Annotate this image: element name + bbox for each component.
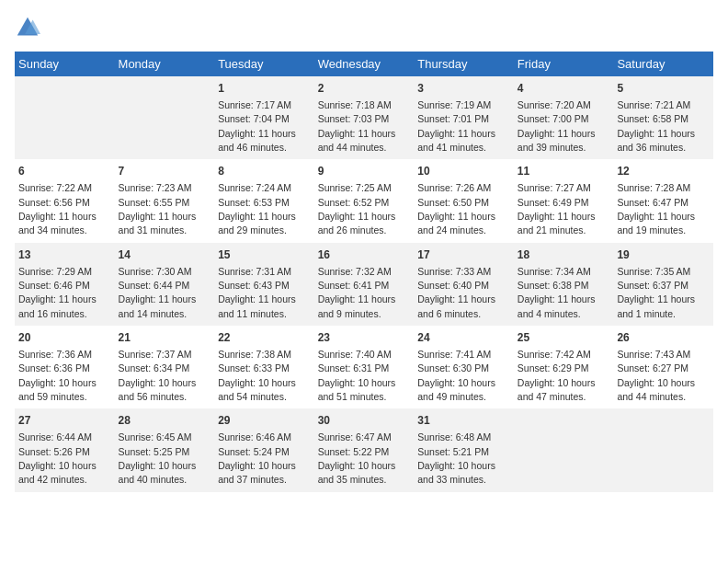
day-number: 17 [417, 247, 510, 263]
day-info: Sunrise: 7:40 AMSunset: 6:31 PMDaylight:… [318, 349, 396, 402]
week-row-1: 1Sunrise: 7:17 AMSunset: 7:04 PMDaylight… [15, 76, 713, 159]
day-info: Sunrise: 7:19 AMSunset: 7:01 PMDaylight:… [417, 99, 495, 153]
day-info: Sunrise: 7:30 AMSunset: 6:44 PMDaylight:… [119, 266, 197, 319]
day-number: 18 [518, 247, 610, 263]
calendar-cell: 16Sunrise: 7:32 AMSunset: 6:41 PMDayligh… [314, 243, 415, 326]
calendar-cell [115, 76, 215, 159]
calendar-cell: 3Sunrise: 7:19 AMSunset: 7:01 PMDaylight… [414, 76, 514, 159]
calendar-cell: 25Sunrise: 7:42 AMSunset: 6:29 PMDayligh… [514, 326, 614, 408]
calendar-cell: 12Sunrise: 7:28 AMSunset: 6:47 PMDayligh… [613, 159, 713, 242]
week-row-4: 20Sunrise: 7:36 AMSunset: 6:36 PMDayligh… [15, 326, 713, 408]
calendar-table: SundayMondayTuesdayWednesdayThursdayFrid… [15, 52, 713, 492]
calendar-cell: 2Sunrise: 7:18 AMSunset: 7:03 PMDaylight… [314, 76, 415, 159]
day-number: 11 [518, 164, 610, 179]
day-info: Sunrise: 7:42 AMSunset: 6:29 PMDaylight:… [518, 349, 596, 402]
day-number: 3 [417, 81, 510, 97]
calendar-cell: 17Sunrise: 7:33 AMSunset: 6:40 PMDayligh… [414, 243, 514, 326]
day-info: Sunrise: 7:18 AMSunset: 7:03 PMDaylight:… [318, 99, 396, 153]
day-info: Sunrise: 6:48 AMSunset: 5:21 PMDaylight:… [417, 431, 495, 485]
day-info: Sunrise: 6:45 AMSunset: 5:25 PMDaylight:… [119, 431, 197, 485]
day-info: Sunrise: 7:35 AMSunset: 6:37 PMDaylight:… [617, 266, 695, 319]
header-wednesday: Wednesday [314, 52, 415, 76]
week-row-5: 27Sunrise: 6:44 AMSunset: 5:26 PMDayligh… [15, 408, 713, 491]
day-info: Sunrise: 7:22 AMSunset: 6:56 PMDaylight:… [18, 182, 97, 236]
calendar-cell [514, 408, 614, 491]
day-info: Sunrise: 7:32 AMSunset: 6:41 PMDaylight:… [318, 266, 396, 319]
day-number: 2 [318, 81, 411, 97]
calendar-cell: 15Sunrise: 7:31 AMSunset: 6:43 PMDayligh… [214, 243, 314, 326]
calendar-cell: 4Sunrise: 7:20 AMSunset: 7:00 PMDaylight… [514, 76, 614, 159]
logo [15, 15, 44, 40]
calendar-cell: 24Sunrise: 7:41 AMSunset: 6:30 PMDayligh… [414, 326, 514, 408]
day-number: 5 [617, 81, 710, 97]
calendar-cell: 6Sunrise: 7:22 AMSunset: 6:56 PMDaylight… [15, 159, 115, 242]
header-tuesday: Tuesday [214, 52, 314, 76]
calendar-cell: 5Sunrise: 7:21 AMSunset: 6:58 PMDaylight… [613, 76, 713, 159]
day-info: Sunrise: 7:24 AMSunset: 6:53 PMDaylight:… [218, 182, 296, 236]
day-number: 25 [518, 330, 610, 346]
calendar-cell: 29Sunrise: 6:46 AMSunset: 5:24 PMDayligh… [214, 408, 314, 491]
day-number: 16 [318, 247, 411, 263]
day-info: Sunrise: 7:33 AMSunset: 6:40 PMDaylight:… [417, 266, 495, 319]
day-number: 9 [318, 164, 411, 179]
calendar-cell: 1Sunrise: 7:17 AMSunset: 7:04 PMDaylight… [214, 76, 314, 159]
day-info: Sunrise: 7:27 AMSunset: 6:49 PMDaylight:… [518, 182, 596, 236]
day-number: 15 [218, 247, 311, 263]
day-number: 8 [218, 164, 311, 179]
day-number: 23 [318, 330, 411, 346]
day-info: Sunrise: 7:28 AMSunset: 6:47 PMDaylight:… [617, 182, 695, 236]
day-number: 21 [119, 330, 211, 346]
header-monday: Monday [115, 52, 215, 76]
day-number: 1 [218, 81, 311, 97]
header-thursday: Thursday [414, 52, 514, 76]
calendar-cell: 31Sunrise: 6:48 AMSunset: 5:21 PMDayligh… [414, 408, 514, 491]
day-info: Sunrise: 7:26 AMSunset: 6:50 PMDaylight:… [417, 182, 495, 236]
calendar-cell [15, 76, 115, 159]
day-info: Sunrise: 7:23 AMSunset: 6:55 PMDaylight:… [119, 182, 197, 236]
calendar-cell: 14Sunrise: 7:30 AMSunset: 6:44 PMDayligh… [115, 243, 215, 326]
calendar-cell: 11Sunrise: 7:27 AMSunset: 6:49 PMDayligh… [514, 159, 614, 242]
day-number: 14 [119, 247, 211, 263]
day-number: 19 [617, 247, 710, 263]
day-info: Sunrise: 7:38 AMSunset: 6:33 PMDaylight:… [218, 349, 296, 402]
calendar-cell: 19Sunrise: 7:35 AMSunset: 6:37 PMDayligh… [613, 243, 713, 326]
day-info: Sunrise: 6:46 AMSunset: 5:24 PMDaylight:… [218, 431, 296, 485]
calendar-cell: 20Sunrise: 7:36 AMSunset: 6:36 PMDayligh… [15, 326, 115, 408]
day-info: Sunrise: 7:36 AMSunset: 6:36 PMDaylight:… [18, 349, 97, 402]
day-number: 29 [218, 413, 311, 429]
calendar-header-row: SundayMondayTuesdayWednesdayThursdayFrid… [15, 52, 713, 76]
day-number: 12 [617, 164, 710, 179]
day-info: Sunrise: 7:31 AMSunset: 6:43 PMDaylight:… [218, 266, 296, 319]
header-sunday: Sunday [15, 52, 115, 76]
calendar-cell: 8Sunrise: 7:24 AMSunset: 6:53 PMDaylight… [214, 159, 314, 242]
calendar-cell: 13Sunrise: 7:29 AMSunset: 6:46 PMDayligh… [15, 243, 115, 326]
calendar-cell: 10Sunrise: 7:26 AMSunset: 6:50 PMDayligh… [414, 159, 514, 242]
day-number: 26 [617, 330, 710, 346]
logo-icon [15, 15, 40, 40]
header-saturday: Saturday [613, 52, 713, 76]
day-info: Sunrise: 6:44 AMSunset: 5:26 PMDaylight:… [18, 431, 97, 485]
calendar-cell: 23Sunrise: 7:40 AMSunset: 6:31 PMDayligh… [314, 326, 415, 408]
calendar-cell: 26Sunrise: 7:43 AMSunset: 6:27 PMDayligh… [613, 326, 713, 408]
day-number: 20 [18, 330, 111, 346]
day-number: 28 [119, 413, 211, 429]
header-friday: Friday [514, 52, 614, 76]
calendar-cell: 9Sunrise: 7:25 AMSunset: 6:52 PMDaylight… [314, 159, 415, 242]
calendar-cell: 18Sunrise: 7:34 AMSunset: 6:38 PMDayligh… [514, 243, 614, 326]
day-info: Sunrise: 7:34 AMSunset: 6:38 PMDaylight:… [518, 266, 596, 319]
day-info: Sunrise: 7:29 AMSunset: 6:46 PMDaylight:… [18, 266, 97, 319]
day-number: 4 [518, 81, 610, 97]
page-header [15, 15, 713, 40]
calendar-cell: 27Sunrise: 6:44 AMSunset: 5:26 PMDayligh… [15, 408, 115, 491]
day-info: Sunrise: 7:25 AMSunset: 6:52 PMDaylight:… [318, 182, 396, 236]
calendar-cell [613, 408, 713, 491]
day-number: 27 [18, 413, 111, 429]
day-info: Sunrise: 7:43 AMSunset: 6:27 PMDaylight:… [617, 349, 695, 402]
day-number: 31 [417, 413, 510, 429]
week-row-2: 6Sunrise: 7:22 AMSunset: 6:56 PMDaylight… [15, 159, 713, 242]
day-number: 30 [318, 413, 411, 429]
day-number: 24 [417, 330, 510, 346]
day-info: Sunrise: 7:21 AMSunset: 6:58 PMDaylight:… [617, 99, 695, 153]
week-row-3: 13Sunrise: 7:29 AMSunset: 6:46 PMDayligh… [15, 243, 713, 326]
day-info: Sunrise: 7:37 AMSunset: 6:34 PMDaylight:… [119, 349, 197, 402]
